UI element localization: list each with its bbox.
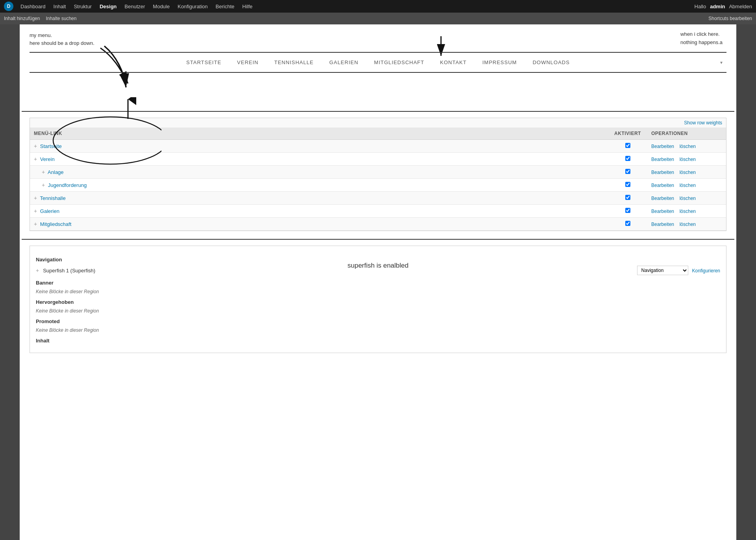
menu-link-6[interactable]: Mitgliedschaft [40,221,71,227]
nav-dropdown-icon[interactable]: ▾ [716,58,726,67]
aktiviert-checkbox-2[interactable] [625,169,630,174]
nav-struktur[interactable]: Struktur [70,4,96,9]
drag-icon-3[interactable]: + [42,182,45,188]
ops-cell-3: Bearbeiten löschen [647,179,726,192]
admin-nav: Dashboard Inhalt Struktur Design Benutze… [17,4,256,9]
greeting-text: Hallo [695,4,706,9]
right-note-2: nothing happens.a [680,39,723,47]
menu-link-4[interactable]: Tennishalle [40,195,66,201]
nav-impressum[interactable]: IMPRESSUM [474,57,525,67]
drag-icon-4[interactable]: + [34,195,37,201]
ops-cell-0: Bearbeiten löschen [647,140,726,153]
menu-link-2[interactable]: Anlage [48,169,63,175]
drag-icon-2[interactable]: + [42,169,45,175]
nav-module[interactable]: Module [149,4,174,9]
loeschen-link-0[interactable]: löschen [680,144,696,149]
menu-table: MENÜ-LINK AKTIVIERT OPERATIONEN + Starts… [30,128,726,231]
aktiviert-checkbox-5[interactable] [625,208,630,213]
nav-hilfe[interactable]: Hilfe [238,4,256,9]
loeschen-link-4[interactable]: löschen [680,196,696,201]
nav-konfiguration[interactable]: Konfiguration [174,4,212,9]
aktiviert-checkbox-6[interactable] [625,221,630,226]
sidebar-left [0,24,20,359]
page-wrapper: my menu. here should be a drop down. whe… [22,24,734,353]
no-blocks-promoted: Keine Blöcke in dieser Region [36,327,720,333]
admin-bar-right: Hallo admin Abmelden [695,4,752,9]
drop-note-text: here should be a drop down. [30,40,726,46]
region-promoted-label: Promoted [36,318,720,324]
drag-icon-1[interactable]: + [34,156,37,162]
drag-icon-6[interactable]: + [34,221,37,227]
loeschen-link-3[interactable]: löschen [680,183,696,188]
sidebar-right [736,24,756,359]
loeschen-link-2[interactable]: löschen [680,170,696,175]
admin-logo[interactable]: D [4,2,13,11]
table-header-row: MENÜ-LINK AKTIVIERT OPERATIONEN [30,128,726,140]
aktiviert-cell-1 [608,153,647,166]
menu-link-3[interactable]: Jugendforderung [48,182,87,188]
drag-handle-superfish[interactable]: + [36,267,39,274]
table-row: + Startseite Bearbeiten löschen [30,140,726,153]
nav-downloads[interactable]: DOWNLOADS [525,57,578,67]
col-operationen: OPERATIONEN [647,128,726,140]
nav-kontakt[interactable]: KONTAKT [432,57,474,67]
menu-link-0[interactable]: Startseite [40,143,62,149]
annotation-container: my menu. here should be a drop down. whe… [22,24,734,111]
table-row: + Verein Bearbeiten löschen [30,153,726,166]
bearbeiten-link-0[interactable]: Bearbeiten [651,144,674,149]
aktiviert-checkbox-3[interactable] [625,182,630,187]
ops-cell-5: Bearbeiten löschen [647,205,726,218]
search-content-link[interactable]: Inhalte suchen [46,16,76,21]
bearbeiten-link-2[interactable]: Bearbeiten [651,170,674,175]
block-region-select-superfish[interactable]: Navigation Banner Hervorgehoben Promoted… [637,266,688,275]
divider-2 [22,239,734,240]
bearbeiten-link-5[interactable]: Bearbeiten [651,209,674,214]
bearbeiten-link-4[interactable]: Bearbeiten [651,196,674,201]
drag-icon-5[interactable]: + [34,208,37,214]
aktiviert-checkbox-1[interactable] [625,156,630,161]
nav-inhalt[interactable]: Inhalt [50,4,70,9]
nav-verein[interactable]: VEREIN [229,57,266,67]
shortcuts-label[interactable]: Shortcuts bearbeiten [708,16,752,21]
ops-cell-6: Bearbeiten löschen [647,218,726,231]
table-section: Show row weights MENÜ-LINK AKTIVIERT OPE… [30,118,726,231]
nav-berichte[interactable]: Berichte [212,4,239,9]
add-content-link[interactable]: Inhalt hinzufügen [4,16,40,21]
superfish-note: superfish is enalbled [348,262,409,270]
nav-benutzer[interactable]: Benutzer [120,4,149,9]
bearbeiten-link-3[interactable]: Bearbeiten [651,183,674,188]
logout-link[interactable]: Abmelden [729,4,752,9]
aktiviert-checkbox-0[interactable] [625,143,630,148]
nav-dashboard[interactable]: Dashboard [17,4,50,9]
loeschen-link-1[interactable]: löschen [680,157,696,162]
table-row: + Mitgliedschaft Bearbeiten löschen [30,218,726,231]
aktiviert-cell-4 [608,192,647,205]
nav-startseite[interactable]: STARTSEITE [178,57,229,67]
blocks-section: superfish is enalbled Navigation + Super… [30,246,726,353]
admin-bar: D Dashboard Inhalt Struktur Design Benut… [0,0,756,13]
col-aktiviert: AKTIVIERT [608,128,647,140]
nav-design[interactable]: Design [96,4,120,9]
aktiviert-checkbox-4[interactable] [625,195,630,200]
nav-mitgliedschaft[interactable]: MITGLIEDSCHAFT [366,57,432,67]
divider-1 [22,111,734,112]
bearbeiten-link-1[interactable]: Bearbeiten [651,157,674,162]
nav-galerien[interactable]: GALERIEN [321,57,366,67]
bearbeiten-link-6[interactable]: Bearbeiten [651,222,674,227]
loeschen-link-6[interactable]: löschen [680,222,696,227]
region-banner-label: Banner [36,280,720,286]
nav-tennishalle[interactable]: TENNISHALLE [266,57,321,67]
show-row-weights-link[interactable]: Show row weights [30,118,726,128]
block-name-superfish: Superfish 1 (Superfish) [43,268,633,274]
table-row: + Galerien Bearbeiten löschen [30,205,726,218]
menu-link-5[interactable]: Galerien [40,208,59,214]
region-hervorgehoben-label: Hervorgehoben [36,299,720,305]
ops-cell-2: Bearbeiten löschen [647,166,726,179]
loeschen-link-5[interactable]: löschen [680,209,696,214]
menu-link-1[interactable]: Verein [40,156,55,162]
my-menu-text: my menu. [30,28,726,38]
block-configure-superfish[interactable]: Konfigurieren [692,268,720,274]
drag-icon-0[interactable]: + [34,143,37,149]
table-row: + Jugendforderung Bearbeiten löschen [30,179,726,192]
aktiviert-cell-5 [608,205,647,218]
